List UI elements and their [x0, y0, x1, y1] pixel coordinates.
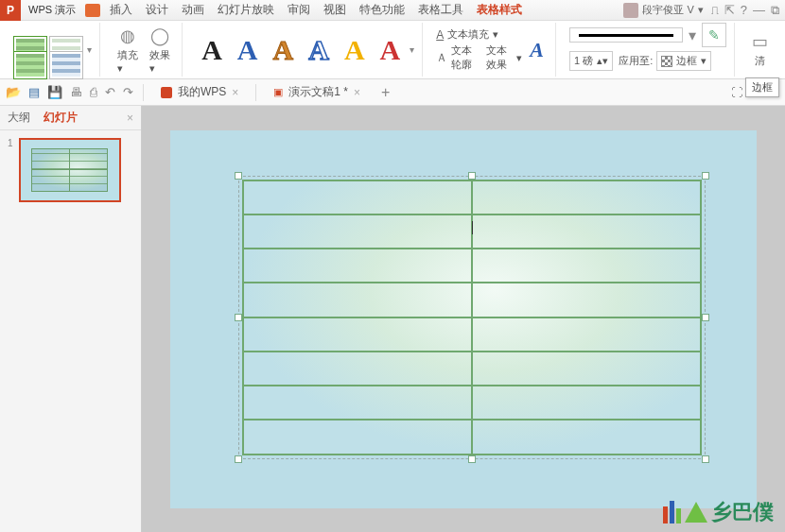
gallery-more-icon[interactable]: ▾ — [87, 44, 92, 55]
tab-slides[interactable]: 幻灯片 — [44, 110, 78, 126]
resize-handle-tr[interactable] — [702, 172, 709, 180]
fill-effect-group: ◍ 填充 ▾ ◯ 效果 ▾ — [106, 23, 183, 77]
table-style-gallery: ▾ — [6, 23, 100, 77]
border-style-chevron-icon[interactable]: ▾ — [689, 26, 696, 44]
menu-special[interactable]: 特色功能 — [359, 2, 405, 18]
minimize-icon[interactable]: — — [753, 3, 765, 18]
user-chevron-icon: ▾ — [698, 4, 704, 16]
resize-handle-tm[interactable] — [468, 172, 476, 180]
clear-button[interactable]: ▭ 清 — [748, 29, 772, 70]
text-fill-outline-group: A 文本填充 ▾ Ａ 文本轮廓 文本效果 ▾ A — [428, 23, 556, 77]
slide-number: 1 — [8, 138, 13, 202]
print-icon[interactable]: 🖶 — [70, 85, 82, 99]
text-effect-label: 文本效果 — [486, 43, 513, 72]
watermark-tri-icon — [685, 502, 707, 523]
menu-table-tools[interactable]: 表格工具 — [418, 2, 463, 18]
avatar-icon — [623, 3, 638, 18]
wordart-style-1[interactable]: A — [196, 34, 228, 66]
resize-handle-bl[interactable] — [235, 455, 242, 463]
slide-canvas[interactable]: 乡巴僕 — [142, 106, 785, 532]
wordart-style-2[interactable]: A — [232, 34, 264, 66]
wordart-style-4[interactable]: A — [303, 34, 335, 66]
close-icon[interactable]: × — [354, 86, 360, 99]
border-grid-icon — [661, 56, 672, 67]
pen-color-button[interactable]: ✎ — [702, 23, 726, 47]
apply-to-label: 应用至: — [619, 54, 653, 68]
wordart-style-3[interactable]: A — [268, 34, 300, 66]
save-icon[interactable]: 💾 — [47, 85, 62, 99]
tab-mywps[interactable]: 我的WPS × — [153, 83, 246, 102]
panel-close-icon[interactable]: × — [127, 112, 133, 125]
fill-button[interactable]: ◍ 填充 ▾ — [113, 24, 142, 77]
thumbnail-table-icon — [31, 148, 108, 192]
open-icon[interactable]: 📂 — [6, 85, 21, 99]
tab-outline[interactable]: 大纲 — [8, 110, 30, 126]
text-fill-label: 文本填充 — [447, 27, 489, 42]
side-tabs: 大纲 幻灯片 × — [0, 106, 141, 130]
help-icon[interactable]: ? — [741, 3, 747, 18]
slide[interactable] — [170, 130, 757, 508]
wordart-big-icon[interactable]: A — [526, 38, 548, 62]
separator — [143, 84, 144, 101]
wordart-style-5[interactable]: A — [339, 34, 371, 66]
border-apply-button[interactable]: 边框 ▾ — [656, 51, 711, 71]
restore-icon[interactable]: ⧉ — [771, 3, 779, 18]
spinner-icon: ▴▾ — [597, 55, 608, 67]
resize-handle-ml[interactable] — [235, 314, 242, 321]
window-controls: ⎍ ⇱ ? — ⧉ — [711, 3, 779, 18]
slide-thumbnail-1[interactable]: 1 — [8, 138, 133, 202]
wps-tab-icon — [161, 87, 172, 98]
resize-handle-mr[interactable] — [702, 314, 709, 321]
line-weight-value: 1 磅 — [574, 54, 593, 68]
bucket-icon: ◍ — [120, 26, 135, 46]
table-style-3[interactable] — [13, 51, 47, 79]
resize-handle-bm[interactable] — [468, 455, 476, 463]
clear-label: 清 — [755, 54, 765, 68]
table-object[interactable] — [238, 176, 706, 459]
new-tab-button[interactable]: + — [375, 84, 395, 101]
chevron-down-icon: ▾ — [701, 55, 706, 67]
text-effect-button[interactable]: 文本效果 ▾ — [486, 43, 522, 72]
text-outline-button[interactable]: Ａ 文本轮廓 — [436, 43, 477, 72]
text-outline-icon: Ａ — [436, 50, 447, 66]
effect-button[interactable]: ◯ 效果 ▾ — [146, 24, 174, 77]
close-icon[interactable]: × — [232, 86, 238, 99]
thumbnail-list: 1 — [0, 130, 141, 532]
menu-animation[interactable]: 动画 — [182, 2, 204, 18]
menu-insert[interactable]: 插入 — [110, 2, 132, 18]
tab-document[interactable]: ▣ 演示文稿1 * × — [266, 83, 368, 102]
line-weight-input[interactable]: 1 磅 ▴▾ — [569, 51, 613, 71]
pin-icon[interactable]: ⇱ — [724, 3, 735, 18]
border-group: ▾ ✎ 1 磅 ▴▾ 应用至: 边框 ▾ — [562, 23, 735, 77]
new-icon[interactable]: ▤ — [28, 85, 40, 99]
title-right: 段宇俊亚 V ▾ ⎍ ⇱ ? — ⧉ — [623, 3, 785, 18]
tshirt-icon[interactable]: ⎍ — [711, 3, 719, 18]
wordart-more-icon[interactable]: ▾ — [410, 44, 414, 55]
mode-pill[interactable] — [85, 4, 100, 17]
wordart-style-6[interactable]: A — [375, 34, 407, 66]
menu-review[interactable]: 审阅 — [288, 2, 310, 18]
preview-icon[interactable]: ⎙ — [90, 85, 97, 99]
redo-icon[interactable]: ↷ — [123, 85, 133, 99]
resize-handle-tl[interactable] — [235, 172, 242, 180]
pen-icon: ✎ — [708, 27, 720, 43]
border-style-picker[interactable] — [569, 27, 683, 43]
watermark-bars-icon — [663, 501, 681, 523]
menu-view[interactable]: 视图 — [323, 2, 346, 18]
text-fill-button[interactable]: A 文本填充 ▾ — [436, 27, 522, 42]
clear-group: ▭ 清 — [741, 23, 779, 77]
slide-panel: 大纲 幻灯片 × 1 — [0, 106, 142, 532]
menu-design[interactable]: 设计 — [146, 2, 168, 18]
effect-icon: ◯ — [150, 26, 169, 46]
table-style-4[interactable] — [49, 51, 83, 79]
ribbon: ▾ ◍ 填充 ▾ ◯ 效果 ▾ A A A A A A ▾ A 文本填充 ▾ Ａ — [0, 21, 785, 79]
tab-document-label: 演示文稿1 * — [288, 84, 348, 100]
menu-slideshow[interactable]: 幻灯片放映 — [218, 2, 274, 18]
wordart-gallery: A A A A A A ▾ — [188, 23, 423, 77]
user-account[interactable]: 段宇俊亚 V ▾ — [623, 3, 703, 18]
undo-icon[interactable]: ↶ — [105, 85, 115, 99]
border-apply-label: 边框 — [676, 54, 697, 68]
menu-table-style[interactable]: 表格样式 — [477, 2, 522, 18]
resize-handle-br[interactable] — [702, 455, 709, 463]
expand-icon[interactable]: ⛶ — [731, 86, 742, 99]
